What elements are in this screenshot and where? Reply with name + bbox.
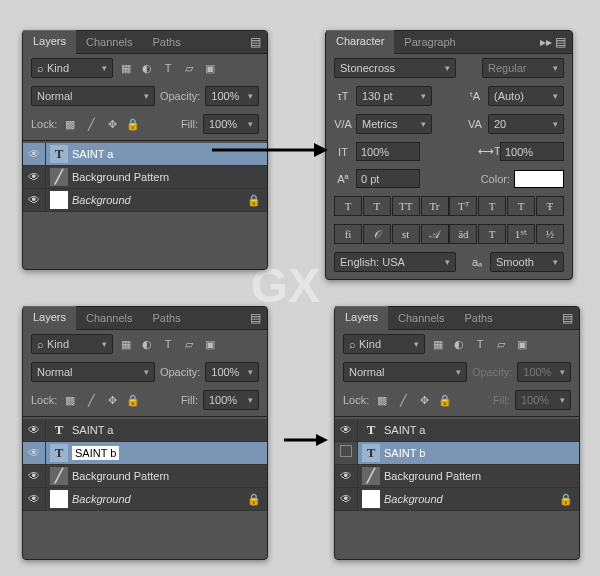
visibility-icon[interactable]: 👁: [23, 442, 46, 464]
tab-layers[interactable]: Layers: [23, 306, 76, 330]
tracking[interactable]: Metrics: [356, 114, 432, 134]
font-style[interactable]: Regular: [482, 58, 564, 78]
type-style-button[interactable]: T: [478, 196, 506, 216]
lock-all-icon[interactable]: 🔒: [437, 392, 453, 408]
visibility-icon[interactable]: 👁: [23, 189, 46, 211]
vscale[interactable]: 100%: [356, 142, 420, 161]
blend-mode[interactable]: Normal: [343, 362, 467, 382]
type-style-button[interactable]: ½: [536, 224, 564, 244]
opacity-input[interactable]: 100%: [205, 86, 259, 106]
layer-row[interactable]: 👁Background🔒: [23, 189, 267, 212]
tab-channels[interactable]: Channels: [388, 308, 454, 328]
filter-pixel-icon[interactable]: ▦: [430, 336, 446, 352]
filter-smart-icon[interactable]: ▣: [514, 336, 530, 352]
visibility-icon[interactable]: 👁: [23, 488, 46, 510]
lock-move-icon[interactable]: ✥: [104, 116, 120, 132]
filter-pixel-icon[interactable]: ▦: [118, 336, 134, 352]
filter-shape-icon[interactable]: ▱: [181, 336, 197, 352]
language[interactable]: English: USA: [334, 252, 456, 272]
type-style-button[interactable]: T: [363, 196, 391, 216]
tab-paths[interactable]: Paths: [455, 308, 503, 328]
visibility-icon[interactable]: 👁: [335, 488, 358, 510]
visibility-icon[interactable]: [335, 442, 358, 464]
filter-type-icon[interactable]: T: [160, 60, 176, 76]
panel-menu-icon[interactable]: ▤: [562, 311, 573, 325]
visibility-icon[interactable]: 👁: [23, 166, 46, 188]
layer-row[interactable]: 👁Background🔒: [23, 488, 267, 511]
filter-type-icon[interactable]: T: [472, 336, 488, 352]
filter-kind[interactable]: ⌕Kind: [31, 334, 113, 354]
layer-name[interactable]: SAINT b: [72, 446, 119, 460]
tab-channels[interactable]: Channels: [76, 308, 142, 328]
panel-menu-icon[interactable]: ▸▸ ▤: [540, 35, 566, 49]
tab-paths[interactable]: Paths: [143, 308, 191, 328]
lock-paint-icon[interactable]: ╱: [395, 392, 411, 408]
filter-type-icon[interactable]: T: [160, 336, 176, 352]
lock-move-icon[interactable]: ✥: [104, 392, 120, 408]
layer-row[interactable]: 👁╱Background Pattern: [23, 465, 267, 488]
layer-row[interactable]: TSAINT b: [335, 442, 579, 465]
visibility-icon[interactable]: 👁: [335, 419, 358, 441]
visibility-icon[interactable]: 👁: [23, 143, 46, 165]
lock-all-icon[interactable]: 🔒: [125, 116, 141, 132]
fill-input[interactable]: 100%: [203, 390, 259, 410]
lock-trans-icon[interactable]: ▩: [374, 392, 390, 408]
tab-channels[interactable]: Channels: [76, 32, 142, 52]
filter-adjust-icon[interactable]: ◐: [139, 336, 155, 352]
type-style-button[interactable]: Tᵀ: [449, 196, 477, 216]
filter-adjust-icon[interactable]: ◐: [139, 60, 155, 76]
lock-paint-icon[interactable]: ╱: [83, 116, 99, 132]
visibility-icon[interactable]: 👁: [23, 465, 46, 487]
type-style-button[interactable]: TT: [392, 196, 420, 216]
layer-row[interactable]: 👁TSAINT a: [23, 143, 267, 166]
filter-shape-icon[interactable]: ▱: [181, 60, 197, 76]
blend-mode[interactable]: Normal: [31, 86, 155, 106]
antialias[interactable]: Smooth: [490, 252, 564, 272]
filter-smart-icon[interactable]: ▣: [202, 336, 218, 352]
lock-trans-icon[interactable]: ▩: [62, 116, 78, 132]
type-style-button[interactable]: st: [392, 224, 420, 244]
lock-trans-icon[interactable]: ▩: [62, 392, 78, 408]
layer-row[interactable]: 👁Background🔒: [335, 488, 579, 511]
panel-menu-icon[interactable]: ▤: [250, 35, 261, 49]
filter-kind[interactable]: ⌕Kind: [343, 334, 425, 354]
tab-paragraph[interactable]: Paragraph: [394, 32, 465, 52]
font-family[interactable]: Stonecross: [334, 58, 456, 78]
type-style-button[interactable]: T: [478, 224, 506, 244]
blend-mode[interactable]: Normal: [31, 362, 155, 382]
type-style-button[interactable]: ād: [449, 224, 477, 244]
layer-row[interactable]: 👁TSAINT b: [23, 442, 267, 465]
type-style-button[interactable]: 𝒪: [363, 224, 391, 244]
type-style-button[interactable]: 1ˢᵗ: [507, 224, 535, 244]
tab-paths[interactable]: Paths: [143, 32, 191, 52]
filter-adjust-icon[interactable]: ◐: [451, 336, 467, 352]
type-style-button[interactable]: Tr: [421, 196, 449, 216]
leading[interactable]: (Auto): [488, 86, 564, 106]
panel-menu-icon[interactable]: ▤: [250, 311, 261, 325]
baseline[interactable]: 0 pt: [356, 169, 420, 188]
layer-row[interactable]: 👁╱Background Pattern: [23, 166, 267, 189]
type-style-button[interactable]: T: [507, 196, 535, 216]
filter-shape-icon[interactable]: ▱: [493, 336, 509, 352]
filter-kind[interactable]: ⌕Kind: [31, 58, 113, 78]
font-size[interactable]: 130 pt: [356, 86, 432, 106]
type-style-button[interactable]: Ŧ: [536, 196, 564, 216]
hscale[interactable]: 100%: [500, 142, 564, 161]
visibility-icon[interactable]: 👁: [335, 465, 358, 487]
color-swatch[interactable]: [514, 170, 564, 188]
visibility-icon[interactable]: 👁: [23, 419, 46, 441]
layer-row[interactable]: 👁TSAINT a: [23, 419, 267, 442]
type-style-button[interactable]: T: [334, 196, 362, 216]
fill-input[interactable]: 100%: [203, 114, 259, 134]
layer-row[interactable]: 👁TSAINT a: [335, 419, 579, 442]
type-style-button[interactable]: 𝒜: [421, 224, 449, 244]
lock-paint-icon[interactable]: ╱: [83, 392, 99, 408]
tab-layers[interactable]: Layers: [23, 30, 76, 54]
tab-character[interactable]: Character: [326, 30, 394, 54]
type-style-button[interactable]: fi: [334, 224, 362, 244]
layer-row[interactable]: 👁╱Background Pattern: [335, 465, 579, 488]
filter-smart-icon[interactable]: ▣: [202, 60, 218, 76]
lock-all-icon[interactable]: 🔒: [125, 392, 141, 408]
tab-layers[interactable]: Layers: [335, 306, 388, 330]
opacity-input[interactable]: 100%: [205, 362, 259, 382]
